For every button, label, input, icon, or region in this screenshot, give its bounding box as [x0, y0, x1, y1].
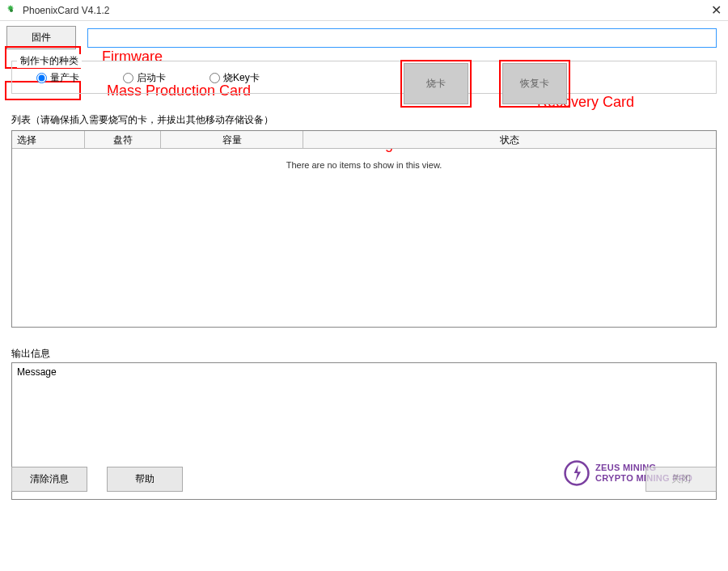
- close-button[interactable]: 关闭: [645, 467, 717, 492]
- radio-startup-input[interactable]: [123, 73, 133, 83]
- radio-startup[interactable]: 启动卡: [123, 71, 166, 85]
- radio-mass-label: 量产卡: [50, 71, 79, 85]
- th-status[interactable]: 状态: [303, 131, 716, 148]
- app-icon: [5, 4, 18, 17]
- output-label: 输出信息: [11, 347, 717, 361]
- annotation-box-recover: 恢复卡: [499, 60, 570, 108]
- th-capacity[interactable]: 容量: [161, 131, 303, 148]
- radio-key[interactable]: 烧Key卡: [210, 71, 260, 85]
- empty-list-text: There are no items to show in this view.: [286, 160, 442, 170]
- radio-key-input[interactable]: [210, 73, 220, 83]
- help-button[interactable]: 帮助: [107, 467, 183, 492]
- burn-button[interactable]: 烧卡: [404, 63, 468, 104]
- device-list-label: 列表（请确保插入需要烧写的卡，并拔出其他移动存储设备）: [11, 113, 717, 127]
- device-table: 选择 盘符 容量 状态 There are no items to show i…: [11, 130, 717, 328]
- radio-startup-label: 启动卡: [137, 71, 166, 85]
- window-title: PhoenixCard V4.1.2: [23, 5, 109, 16]
- th-drive[interactable]: 盘符: [85, 131, 161, 148]
- card-type-group: 制作卡的种类 量产卡 启动卡 烧Key卡 烧卡 恢复卡: [11, 61, 717, 94]
- firmware-button[interactable]: 固件: [6, 26, 76, 49]
- radio-mass-production[interactable]: 量产卡: [36, 71, 79, 85]
- close-icon[interactable]: ✕: [711, 2, 722, 18]
- firmware-input[interactable]: [87, 28, 717, 48]
- card-type-label: 制作卡的种类: [17, 54, 82, 68]
- recover-button[interactable]: 恢复卡: [502, 63, 567, 104]
- clear-button[interactable]: 清除消息: [11, 467, 87, 492]
- radio-mass-input[interactable]: [36, 73, 47, 83]
- svg-point-0: [10, 9, 13, 12]
- output-message: Message: [17, 366, 57, 378]
- annotation-box-burn: 烧卡: [400, 60, 472, 108]
- bottom-bar: 清除消息 帮助 ZEUS MINING CRYPTO MINING PRO 关闭: [11, 467, 717, 492]
- logo-icon: [563, 459, 590, 487]
- titlebar: PhoenixCard V4.1.2 ✕: [0, 0, 728, 21]
- table-header: 选择 盘符 容量 状态: [12, 131, 716, 149]
- table-body: There are no items to show in this view.: [12, 149, 716, 327]
- th-select[interactable]: 选择: [12, 131, 85, 148]
- radio-key-label: 烧Key卡: [223, 71, 260, 85]
- device-list-section: 列表（请确保插入需要烧写的卡，并拔出其他移动存储设备） 选择 盘符 容量 状态 …: [11, 113, 717, 328]
